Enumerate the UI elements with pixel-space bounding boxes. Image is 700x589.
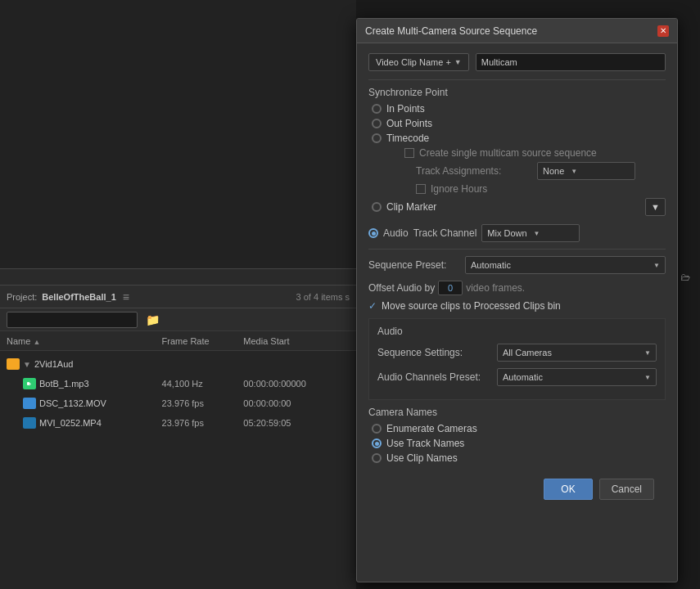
sequence-settings-value: All Cameras: [503, 348, 552, 357]
audio-radio[interactable]: [368, 228, 378, 238]
list-item[interactable]: BotB_1.mp3 44,100 Hz 00:00:00:00000: [16, 374, 356, 393]
create-single-checkbox[interactable]: [404, 148, 414, 158]
sequence-settings-row: Sequence Settings: All Cameras ▼: [377, 344, 657, 362]
audio-channels-row: Audio Channels Preset: Automatic ▼: [377, 368, 657, 386]
project-header: Project: BelleOfTheBall_1 ≡ 3 of 4 items…: [0, 286, 356, 308]
use-track-names-radio[interactable]: [372, 438, 382, 448]
audio-channels-label: Audio Channels Preset:: [377, 371, 492, 383]
folder-icon[interactable]: 🗁: [680, 272, 690, 283]
clip-marker-radio[interactable]: [372, 202, 382, 212]
sequence-preset-dropdown[interactable]: Automatic ▼: [465, 256, 666, 274]
file-name: DSC_1132.MOV: [39, 398, 162, 408]
video-clip-name-button[interactable]: Video Clip Name + ▼: [368, 53, 469, 71]
radio-dot: [372, 232, 376, 236]
file-name: MVI_0252.MP4: [39, 418, 162, 428]
move-clips-label: Move source clips to Processed Clips bin: [382, 300, 561, 312]
dialog-body: Video Clip Name + ▼ Synchronize Point In…: [357, 43, 677, 582]
new-folder-button[interactable]: 📁: [142, 312, 163, 328]
project-name: BelleOfTheBall_1: [42, 292, 115, 302]
audio-channels-dropdown[interactable]: Automatic ▼: [497, 368, 657, 386]
timecode-radio[interactable]: [372, 133, 382, 143]
file-name: BotB_1.mp3: [39, 379, 162, 389]
dropdown-arrow-icon: ▼: [534, 230, 540, 237]
out-points-row[interactable]: Out Points: [368, 118, 666, 129]
dropdown-arrow-icon: ▼: [571, 168, 577, 175]
track-assignments-dropdown[interactable]: None ▼: [537, 162, 635, 180]
enumerate-cameras-radio[interactable]: [372, 424, 382, 434]
top-area-bar: [0, 268, 356, 285]
create-single-row: Create single multicam source sequence: [386, 147, 666, 159]
dialog-buttons: OK Cancel: [368, 470, 666, 508]
audio-icon: [23, 378, 36, 389]
audio-label: Audio: [383, 227, 409, 239]
list-item[interactable]: MVI_0252.MP4 23.976 fps 05:20:59:05: [16, 413, 356, 433]
ok-button[interactable]: OK: [544, 479, 592, 500]
search-input[interactable]: [7, 312, 138, 328]
enumerate-cameras-label: Enumerate Cameras: [386, 423, 477, 434]
move-clips-row[interactable]: ✓ Move source clips to Processed Clips b…: [368, 300, 666, 312]
use-clip-names-radio[interactable]: [372, 453, 382, 463]
dropdown-arrow-icon: ▼: [454, 58, 462, 66]
synchronize-point-section: Synchronize Point In Points Out Points T…: [368, 87, 666, 216]
clip-marker-row[interactable]: Clip Marker ▼: [368, 198, 666, 216]
track-assignments-label: Track Assignments:: [416, 165, 531, 177]
track-channel-value: Mix Down: [487, 228, 526, 238]
audio-channels-value: Automatic: [503, 372, 543, 382]
audio-section-title: Audio: [377, 326, 657, 337]
create-single-label: Create single multicam source sequence: [419, 147, 597, 159]
file-mediastart: 00:00:00:00: [243, 398, 350, 408]
sequence-settings-dropdown[interactable]: All Cameras ▼: [497, 344, 657, 362]
clip-marker-label: Clip Marker: [386, 201, 436, 213]
use-clip-names-row[interactable]: Use Clip Names: [368, 452, 666, 464]
video-icon: [23, 417, 36, 429]
dropdown-arrow-icon: ▼: [644, 374, 651, 381]
offset-audio-input[interactable]: [438, 281, 463, 295]
offset-audio-unit: video frames.: [466, 282, 525, 294]
in-points-radio[interactable]: [372, 104, 382, 114]
track-channel-label: Track Channel: [413, 227, 477, 239]
dialog-title: Create Multi-Camera Source Sequence: [365, 25, 537, 37]
col-name-header: Name ▲: [7, 336, 162, 346]
multicam-name-input[interactable]: [476, 53, 666, 71]
clip-marker-dropdown[interactable]: ▼: [645, 198, 666, 216]
list-item[interactable]: ▼ 2Vid1Aud: [0, 354, 356, 374]
track-channel-dropdown[interactable]: Mix Down ▼: [481, 224, 580, 242]
timecode-label: Timecode: [386, 133, 429, 144]
svg-rect-0: [27, 382, 29, 385]
file-framerate: 44,100 Hz: [162, 379, 244, 389]
list-item[interactable]: DSC_1132.MOV 23.976 fps 00:00:00:00: [16, 393, 356, 413]
folder-icon: [7, 358, 20, 370]
camera-names-section: Camera Names Enumerate Cameras Use Track…: [368, 407, 666, 464]
camera-names-title: Camera Names: [368, 407, 666, 418]
file-framerate: 23.976 fps: [162, 418, 244, 428]
cancel-button[interactable]: Cancel: [599, 479, 654, 500]
offset-audio-label: Offset Audio by: [368, 282, 435, 294]
sequence-settings-label: Sequence Settings:: [377, 347, 492, 358]
create-multicam-dialog: Create Multi-Camera Source Sequence ✕ Vi…: [356, 18, 678, 582]
table-header: Name ▲ Frame Rate Media Start: [0, 331, 356, 351]
audio-subsection: Audio Sequence Settings: All Cameras ▼ A…: [368, 318, 666, 400]
separator: [368, 249, 666, 250]
in-points-row[interactable]: In Points: [368, 103, 666, 115]
close-button[interactable]: ✕: [657, 25, 669, 37]
use-clip-names-label: Use Clip Names: [386, 452, 458, 464]
out-points-radio[interactable]: [372, 119, 382, 128]
use-track-names-label: Use Track Names: [386, 438, 464, 449]
use-track-names-row[interactable]: Use Track Names: [368, 438, 666, 449]
item-count: 3 of 4 items s: [296, 292, 350, 302]
separator: [368, 79, 666, 80]
checkmark-icon: ✓: [368, 300, 377, 312]
file-mediastart: 05:20:59:05: [243, 418, 350, 428]
project-toolbar: 📁: [0, 308, 356, 331]
timecode-suboptions: Create single multicam source sequence T…: [368, 147, 666, 195]
file-mediastart: 00:00:00:00000: [243, 379, 350, 389]
project-title-label: Project:: [7, 292, 37, 302]
ignore-hours-checkbox[interactable]: [416, 184, 426, 194]
expand-arrow-icon: ▼: [23, 360, 31, 369]
project-menu-icon[interactable]: ≡: [123, 290, 129, 303]
timecode-row[interactable]: Timecode: [368, 133, 666, 144]
video-clip-name-row: Video Clip Name + ▼: [368, 53, 666, 71]
enumerate-cameras-row[interactable]: Enumerate Cameras: [368, 423, 666, 434]
track-assignments-row: Track Assignments: None ▼: [386, 162, 666, 180]
video-clip-name-label: Video Clip Name +: [376, 57, 451, 67]
